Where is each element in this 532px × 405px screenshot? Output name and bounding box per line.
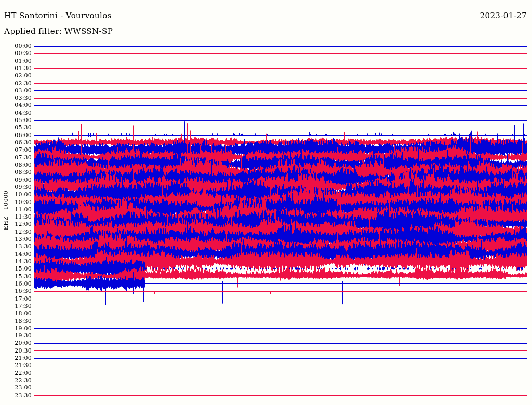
row-time-label: 08:30 (0, 169, 32, 176)
row-time-label: 03:30 (0, 95, 32, 101)
row-time-label: 22:00 (0, 370, 32, 376)
row-time-label: 19:30 (0, 332, 32, 339)
row-time-label: 01:30 (0, 65, 32, 72)
row-time-label: 09:00 (0, 177, 32, 183)
row-time-label: 05:30 (0, 124, 32, 131)
row-time-label: 18:30 (0, 318, 32, 325)
row-time-label: 13:00 (0, 236, 32, 242)
row-time-label: 01:00 (0, 58, 32, 64)
row-time-label: 10:00 (0, 191, 32, 198)
plot-date: 2023-01-27 (480, 11, 527, 20)
row-time-label: 18:00 (0, 310, 32, 317)
row-time-label: 12:00 (0, 221, 32, 227)
row-time-label: 23:00 (0, 384, 32, 391)
row-time-label: 07:30 (0, 154, 32, 161)
row-time-label: 02:30 (0, 80, 32, 87)
row-time-label: 21:00 (0, 355, 32, 361)
row-time-label: 13:30 (0, 243, 32, 250)
row-time-label: 19:00 (0, 325, 32, 332)
row-time-label: 17:30 (0, 303, 32, 309)
row-time-label: 14:30 (0, 258, 32, 265)
row-time-label: 21:30 (0, 362, 32, 369)
row-time-label: 11:30 (0, 213, 32, 220)
row-time-label: 17:00 (0, 295, 32, 302)
row-time-label: 15:00 (0, 265, 32, 272)
row-time-label: 03:00 (0, 87, 32, 94)
row-time-labels: 00:0000:3001:0001:3002:0002:3003:0003:30… (0, 0, 32, 405)
row-time-label: 12:30 (0, 228, 32, 235)
row-time-label: 16:30 (0, 288, 32, 294)
row-time-label: 10:30 (0, 199, 32, 206)
row-time-label: 06:00 (0, 132, 32, 139)
row-time-label: 08:00 (0, 161, 32, 168)
row-time-label: 02:00 (0, 72, 32, 79)
row-time-label: 15:30 (0, 273, 32, 280)
row-time-label: 22:30 (0, 377, 32, 384)
row-time-label: 23:30 (0, 392, 32, 399)
row-time-label: 04:00 (0, 102, 32, 109)
row-time-label: 00:30 (0, 50, 32, 57)
row-time-label: 07:00 (0, 146, 32, 153)
row-time-label: 16:00 (0, 280, 32, 287)
row-time-label: 20:00 (0, 340, 32, 346)
row-time-label: 05:00 (0, 117, 32, 124)
row-time-label: 00:00 (0, 43, 32, 49)
row-time-label: 04:30 (0, 110, 32, 116)
row-time-label: 06:30 (0, 139, 32, 146)
row-time-label: 20:30 (0, 347, 32, 354)
row-time-label: 09:30 (0, 184, 32, 191)
row-time-label: 11:00 (0, 206, 32, 213)
helicorder-page: { "header": { "station_title": "HT Santo… (0, 0, 532, 405)
row-time-label: 14:00 (0, 251, 32, 258)
helicorder-traces (0, 0, 532, 405)
